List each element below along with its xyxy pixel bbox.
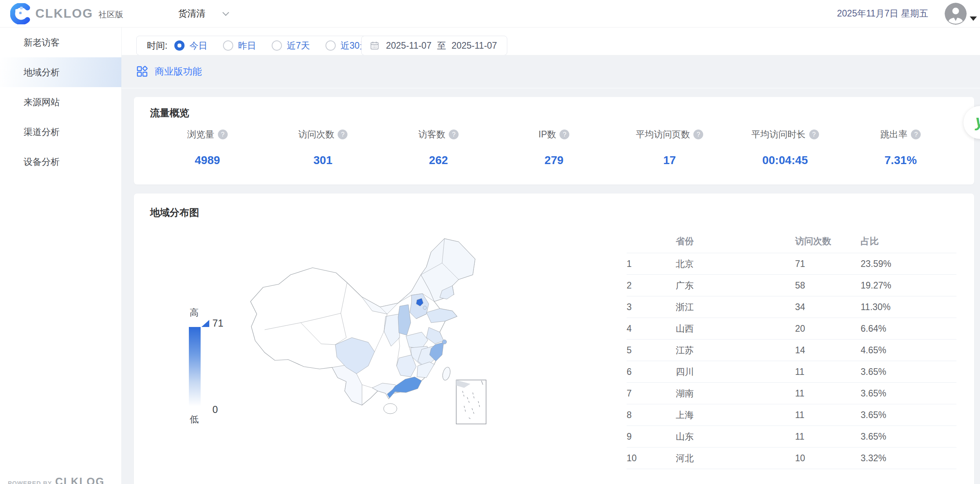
region-distribution-card: 地域分布图 高 71 0 低 (134, 194, 974, 484)
visits-cell: 11 (795, 431, 861, 442)
china-map[interactable] (230, 220, 497, 434)
province-cell: 上海 (676, 409, 795, 421)
table-row: 10 河北 10 3.32% (627, 447, 956, 469)
help-icon[interactable]: ? (809, 130, 819, 139)
legend-max: 71 (212, 318, 223, 329)
pct-cell: 4.65% (861, 345, 956, 356)
pct-cell: 3.65% (861, 410, 956, 420)
visits-cell: 14 (795, 345, 861, 356)
visits-cell: 11 (795, 388, 861, 399)
legend-gradient-bar (189, 327, 201, 406)
metric-value[interactable]: 4989 (150, 154, 265, 167)
pct-cell: 3.65% (861, 431, 956, 442)
help-icon[interactable]: ? (218, 130, 228, 139)
calendar-icon (369, 40, 380, 51)
time-radio-option[interactable]: 昨日 (223, 40, 256, 52)
sidebar-item[interactable]: 新老访客 (0, 27, 121, 57)
table-row: 7 湖南 11 3.65% (627, 383, 956, 404)
rank-cell: 3 (627, 302, 676, 312)
project-selector[interactable]: 货清清 (178, 7, 228, 20)
help-icon[interactable]: ? (449, 130, 459, 139)
legend-min: 0 (212, 404, 218, 415)
user-menu-caret-icon[interactable] (970, 16, 977, 21)
app-header: CLKLOG 社区版 货清清 2025年11月7日 星期五 (0, 0, 980, 27)
logo: CLKLOG 社区版 (10, 3, 123, 24)
date-range-picker[interactable]: 2025-11-07 至 2025-11-07 (361, 36, 507, 55)
sidebar-item[interactable]: 渠道分析 (0, 117, 121, 147)
hainan-island (384, 404, 397, 414)
table-row: 4 山西 20 6.64% (627, 318, 956, 340)
sidebar-item[interactable]: 地域分析 (0, 57, 121, 87)
province-tianjin (423, 306, 427, 310)
time-radio-option[interactable]: 今日 (174, 40, 207, 52)
sidebar-item[interactable]: 设备分析 (0, 147, 121, 177)
province-shanghai (442, 340, 447, 344)
metric-value[interactable]: 17 (612, 154, 727, 167)
date-end[interactable]: 2025-11-07 (452, 40, 497, 51)
metric: 浏览量 ? 4989 (150, 128, 265, 167)
metric: 平均访问时长 ? 00:04:45 (727, 128, 843, 167)
time-filter-group: 时间: 今日 昨日 近7天 近 (136, 36, 382, 55)
metric-value[interactable]: 301 (265, 154, 380, 167)
help-icon[interactable]: ? (911, 130, 921, 139)
pct-header: 占比 (861, 235, 956, 247)
pct-cell: 11.30% (861, 302, 956, 312)
metric-label: 浏览量 (187, 128, 214, 141)
metric-value[interactable]: 279 (496, 154, 612, 167)
metric-label: 跳出率 (880, 128, 907, 141)
traffic-overview-title: 流量概览 (150, 106, 189, 119)
legend-marker (201, 320, 209, 327)
metric: 跳出率 ? 7.31% (843, 128, 958, 167)
table-row: 6 四川 11 3.65% (627, 361, 956, 383)
metric-value[interactable]: 7.31% (843, 154, 958, 167)
logo-text: CLKLOG (35, 6, 93, 21)
chevron-down-icon (223, 9, 229, 16)
avatar[interactable] (945, 3, 967, 25)
table-row: 9 山东 11 3.65% (627, 426, 956, 447)
time-filter-label: 时间: (147, 40, 167, 52)
region-title: 地域分布图 (150, 206, 199, 219)
radio-icon (272, 40, 282, 51)
sidebar-item[interactable]: 商业版功能 (122, 55, 980, 88)
powered-by: POWERED BY CLKLOG (8, 476, 105, 484)
metric-value[interactable]: 262 (381, 154, 496, 167)
rank-cell: 10 (627, 453, 676, 464)
project-name: 货清清 (178, 7, 205, 20)
sidebar-item[interactable]: 来源网站 (0, 87, 121, 117)
date-separator: 至 (437, 40, 446, 52)
pct-cell: 6.64% (861, 323, 956, 334)
province-header: 省份 (676, 235, 795, 247)
help-icon[interactable]: ? (559, 130, 569, 139)
radio-icon (223, 40, 233, 51)
province-cell: 湖南 (676, 387, 795, 400)
table-row: 1 北京 71 23.59% (627, 253, 956, 275)
visits-cell: 11 (795, 367, 861, 377)
logo-icon (10, 3, 31, 24)
metric-label: 访问次数 (298, 128, 334, 141)
grid-icon (136, 65, 148, 78)
visits-cell: 11 (795, 410, 861, 420)
metric: IP数 ? 279 (496, 128, 612, 167)
province-cell: 河北 (676, 452, 795, 464)
help-icon[interactable]: ? (693, 130, 703, 139)
help-icon[interactable]: ? (338, 130, 347, 139)
visits-cell: 58 (795, 280, 861, 291)
province-cell: 四川 (676, 366, 795, 378)
table-row: 3 浙江 34 11.30% (627, 296, 956, 318)
table-row: 2 广东 58 19.27% (627, 275, 956, 296)
pct-cell: 3.65% (861, 388, 956, 399)
metric-value[interactable]: 00:04:45 (727, 154, 843, 167)
radio-icon (325, 40, 336, 51)
edition-badge: 社区版 (99, 9, 123, 20)
main-content: 时间: 今日 昨日 近7天 近 (122, 27, 980, 484)
date-start[interactable]: 2025-11-07 (386, 40, 431, 51)
sidebar: 数据概览 趋势分析 访客分析 新老访客 (0, 27, 122, 484)
rank-cell: 4 (627, 323, 676, 334)
province-cell: 山西 (676, 323, 795, 335)
metric: 访问次数 ? 301 (265, 128, 380, 167)
table-row: 8 上海 11 3.65% (627, 404, 956, 426)
rank-cell: 6 (627, 367, 676, 377)
province-cell: 北京 (676, 258, 795, 270)
time-radio-option[interactable]: 近7天 (272, 40, 310, 52)
traffic-overview-card: 流量概览 浏览量 ? 4989 访问次数 ? 301 (134, 97, 974, 184)
